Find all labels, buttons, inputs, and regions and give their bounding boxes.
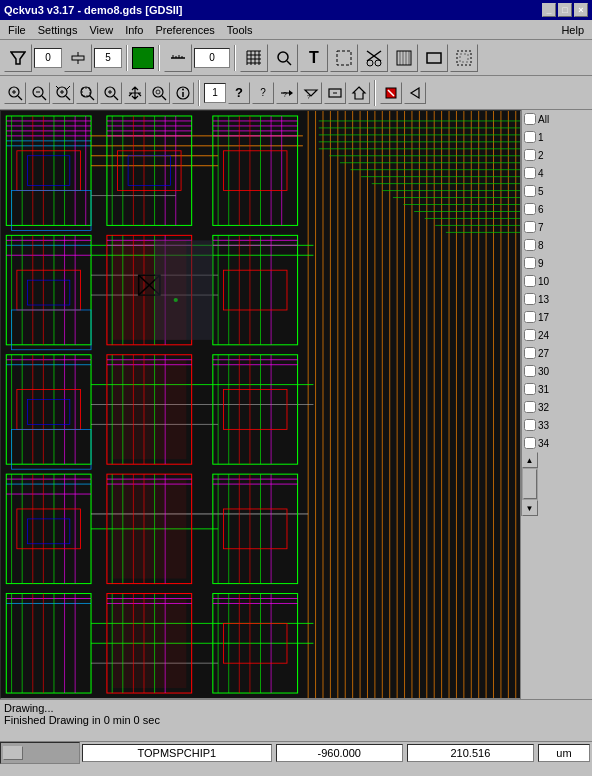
zoom-rect-button[interactable]	[76, 82, 98, 104]
scroll-down-arrow[interactable]: ▼	[522, 500, 538, 516]
search-button[interactable]	[270, 44, 298, 72]
layer-checkbox[interactable]	[524, 347, 536, 359]
menu-view[interactable]: View	[83, 22, 119, 38]
layer-item[interactable]: 7	[522, 218, 576, 236]
layer-checkbox[interactable]	[524, 149, 536, 161]
minimize-button[interactable]: _	[542, 3, 556, 17]
measure-button[interactable]	[148, 82, 170, 104]
scroll-thumb[interactable]	[523, 469, 537, 499]
layer-item[interactable]: All	[522, 110, 576, 128]
layer-checkbox[interactable]	[524, 221, 536, 233]
close-button[interactable]: ×	[574, 3, 588, 17]
svg-line-18	[287, 61, 291, 65]
zoom-out-button[interactable]	[28, 82, 50, 104]
layer-checkbox[interactable]	[524, 437, 536, 449]
stop-button[interactable]	[380, 82, 402, 104]
horizontal-scrollbar[interactable]	[0, 742, 80, 764]
menu-file[interactable]: File	[2, 22, 32, 38]
svg-marker-65	[353, 87, 365, 99]
menu-bar: File Settings View Info Preferences Tool…	[0, 20, 592, 40]
y-coord-box: 210.516	[407, 744, 534, 762]
text-button[interactable]: T	[300, 44, 328, 72]
layer-checkbox[interactable]	[524, 131, 536, 143]
layer-checkbox[interactable]	[524, 311, 536, 323]
layer-checkbox[interactable]	[524, 113, 536, 125]
layer-label: 34	[538, 438, 549, 449]
snap-button[interactable]	[64, 44, 92, 72]
h-scroll-thumb[interactable]	[3, 746, 23, 760]
ruler-input[interactable]	[194, 48, 230, 68]
app-title: Qckvu3 v3.17 - demo8.gds [GDSII]	[4, 4, 183, 16]
x-coord-box: -960.000	[276, 744, 403, 762]
layer-checkbox[interactable]	[524, 203, 536, 215]
rect-icon	[425, 49, 443, 67]
menu-help[interactable]: Help	[555, 22, 590, 38]
layer-item[interactable]: 31	[522, 380, 576, 398]
layer-item[interactable]: 17	[522, 308, 576, 326]
select-button[interactable]	[330, 44, 358, 72]
next-button[interactable]: ?	[276, 82, 298, 104]
grid-button[interactable]	[240, 44, 268, 72]
layer-item[interactable]: 10	[522, 272, 576, 290]
layer-checkbox[interactable]	[524, 257, 536, 269]
zoom-prev-button[interactable]	[100, 82, 122, 104]
layer-item[interactable]: 6	[522, 200, 576, 218]
zoom-in-full-button[interactable]	[52, 82, 74, 104]
ruler-button[interactable]	[164, 44, 192, 72]
zoom-fit-button[interactable]	[4, 82, 26, 104]
color-swatch[interactable]	[132, 47, 154, 69]
layer-checkbox[interactable]	[524, 275, 536, 287]
layer-item[interactable]: 1	[522, 128, 576, 146]
layer-checkbox[interactable]	[524, 383, 536, 395]
layer-item[interactable]: 24	[522, 326, 576, 344]
layer-item[interactable]: 27	[522, 344, 576, 362]
vertical-scrollbar[interactable]: ▲ ▼	[521, 452, 537, 516]
arrow-left-button[interactable]	[404, 82, 426, 104]
home-button[interactable]	[348, 82, 370, 104]
hatch-button[interactable]	[390, 44, 418, 72]
layer-scroll[interactable]: All1245678910131724273031323334	[522, 110, 576, 452]
layer-item[interactable]: 9	[522, 254, 576, 272]
layer-checkbox[interactable]	[524, 167, 536, 179]
menu-info[interactable]: Info	[119, 22, 149, 38]
filter-button[interactable]	[4, 44, 32, 72]
expand-button[interactable]: ?	[300, 82, 322, 104]
level-q-button[interactable]: ?	[252, 82, 274, 104]
maximize-button[interactable]: □	[558, 3, 572, 17]
dotted-rect-button[interactable]	[450, 44, 478, 72]
svg-rect-257	[112, 479, 186, 578]
svg-line-37	[42, 96, 46, 100]
menu-tools[interactable]: Tools	[221, 22, 259, 38]
rect-button[interactable]	[420, 44, 448, 72]
layer-checkbox[interactable]	[524, 239, 536, 251]
layer-item[interactable]: 5	[522, 182, 576, 200]
help-q-button[interactable]: ?	[228, 82, 250, 104]
scroll-up-arrow[interactable]: ▲	[522, 452, 538, 468]
layer-checkbox[interactable]	[524, 185, 536, 197]
layer-item[interactable]: 33	[522, 416, 576, 434]
level-input[interactable]	[204, 83, 226, 103]
layer-item[interactable]: 30	[522, 362, 576, 380]
layer-checkbox[interactable]	[524, 365, 536, 377]
layer-checkbox[interactable]	[524, 401, 536, 413]
info-button[interactable]	[172, 82, 194, 104]
layer-checkbox[interactable]	[524, 419, 536, 431]
menu-settings[interactable]: Settings	[32, 22, 84, 38]
layer-item[interactable]: 8	[522, 236, 576, 254]
svg-rect-19	[337, 51, 351, 65]
layer-item[interactable]: 34	[522, 434, 576, 452]
snap-input[interactable]	[94, 48, 122, 68]
layer-item[interactable]: 4	[522, 164, 576, 182]
canvas-area[interactable]	[0, 110, 521, 699]
resize-button[interactable]	[324, 82, 346, 104]
layer-checkbox[interactable]	[524, 293, 536, 305]
svg-point-52	[153, 87, 163, 97]
layer-item[interactable]: 13	[522, 290, 576, 308]
cut-button[interactable]	[360, 44, 388, 72]
menu-preferences[interactable]: Preferences	[150, 22, 221, 38]
layer-item[interactable]: 32	[522, 398, 576, 416]
filter-input[interactable]	[34, 48, 62, 68]
pan-button[interactable]	[124, 82, 146, 104]
layer-item[interactable]: 2	[522, 146, 576, 164]
layer-checkbox[interactable]	[524, 329, 536, 341]
